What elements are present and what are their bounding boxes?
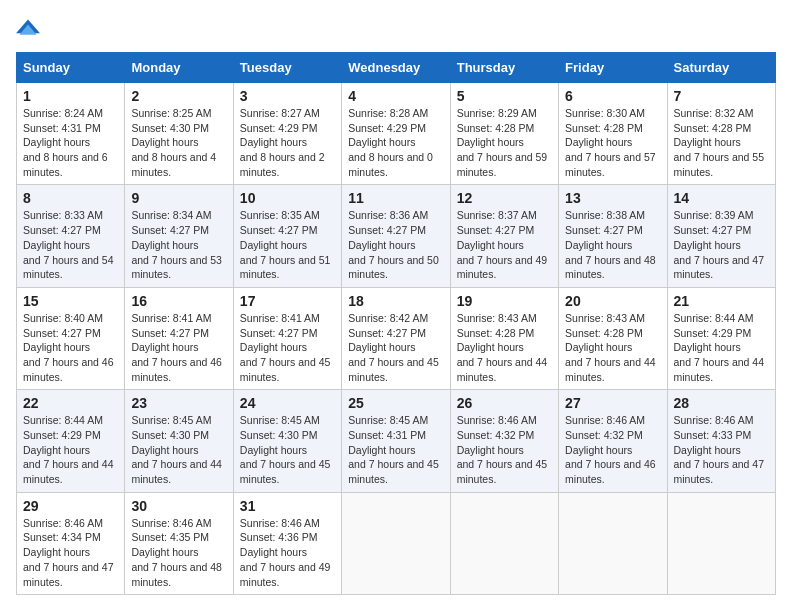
day-number: 26 bbox=[457, 395, 552, 411]
day-info: Sunrise: 8:29 AM Sunset: 4:28 PM Dayligh… bbox=[457, 106, 552, 179]
day-info: Sunrise: 8:24 AM Sunset: 4:31 PM Dayligh… bbox=[23, 106, 118, 179]
calendar-cell: 2 Sunrise: 8:25 AM Sunset: 4:30 PM Dayli… bbox=[125, 83, 233, 185]
calendar-cell: 1 Sunrise: 8:24 AM Sunset: 4:31 PM Dayli… bbox=[17, 83, 125, 185]
day-info: Sunrise: 8:25 AM Sunset: 4:30 PM Dayligh… bbox=[131, 106, 226, 179]
calendar-cell: 12 Sunrise: 8:37 AM Sunset: 4:27 PM Dayl… bbox=[450, 185, 558, 287]
day-number: 31 bbox=[240, 498, 335, 514]
day-number: 13 bbox=[565, 190, 660, 206]
day-info: Sunrise: 8:45 AM Sunset: 4:30 PM Dayligh… bbox=[240, 413, 335, 486]
calendar-cell: 16 Sunrise: 8:41 AM Sunset: 4:27 PM Dayl… bbox=[125, 287, 233, 389]
calendar-cell: 14 Sunrise: 8:39 AM Sunset: 4:27 PM Dayl… bbox=[667, 185, 775, 287]
calendar-cell: 4 Sunrise: 8:28 AM Sunset: 4:29 PM Dayli… bbox=[342, 83, 450, 185]
day-info: Sunrise: 8:46 AM Sunset: 4:32 PM Dayligh… bbox=[457, 413, 552, 486]
day-number: 14 bbox=[674, 190, 769, 206]
day-info: Sunrise: 8:46 AM Sunset: 4:34 PM Dayligh… bbox=[23, 516, 118, 589]
logo-icon bbox=[16, 16, 40, 40]
day-info: Sunrise: 8:28 AM Sunset: 4:29 PM Dayligh… bbox=[348, 106, 443, 179]
day-number: 22 bbox=[23, 395, 118, 411]
day-number: 21 bbox=[674, 293, 769, 309]
calendar-cell: 30 Sunrise: 8:46 AM Sunset: 4:35 PM Dayl… bbox=[125, 492, 233, 594]
day-info: Sunrise: 8:32 AM Sunset: 4:28 PM Dayligh… bbox=[674, 106, 769, 179]
calendar-cell: 3 Sunrise: 8:27 AM Sunset: 4:29 PM Dayli… bbox=[233, 83, 341, 185]
day-info: Sunrise: 8:42 AM Sunset: 4:27 PM Dayligh… bbox=[348, 311, 443, 384]
day-number: 16 bbox=[131, 293, 226, 309]
calendar-cell: 25 Sunrise: 8:45 AM Sunset: 4:31 PM Dayl… bbox=[342, 390, 450, 492]
day-number: 7 bbox=[674, 88, 769, 104]
day-number: 15 bbox=[23, 293, 118, 309]
day-number: 2 bbox=[131, 88, 226, 104]
day-info: Sunrise: 8:43 AM Sunset: 4:28 PM Dayligh… bbox=[565, 311, 660, 384]
calendar-cell: 5 Sunrise: 8:29 AM Sunset: 4:28 PM Dayli… bbox=[450, 83, 558, 185]
calendar-cell: 27 Sunrise: 8:46 AM Sunset: 4:32 PM Dayl… bbox=[559, 390, 667, 492]
calendar-cell: 13 Sunrise: 8:38 AM Sunset: 4:27 PM Dayl… bbox=[559, 185, 667, 287]
day-info: Sunrise: 8:46 AM Sunset: 4:32 PM Dayligh… bbox=[565, 413, 660, 486]
day-info: Sunrise: 8:44 AM Sunset: 4:29 PM Dayligh… bbox=[674, 311, 769, 384]
day-number: 30 bbox=[131, 498, 226, 514]
day-of-week-header: Wednesday bbox=[342, 53, 450, 83]
calendar-cell: 29 Sunrise: 8:46 AM Sunset: 4:34 PM Dayl… bbox=[17, 492, 125, 594]
day-number: 24 bbox=[240, 395, 335, 411]
calendar-cell: 20 Sunrise: 8:43 AM Sunset: 4:28 PM Dayl… bbox=[559, 287, 667, 389]
day-of-week-header: Thursday bbox=[450, 53, 558, 83]
day-info: Sunrise: 8:46 AM Sunset: 4:33 PM Dayligh… bbox=[674, 413, 769, 486]
day-number: 29 bbox=[23, 498, 118, 514]
calendar-cell: 7 Sunrise: 8:32 AM Sunset: 4:28 PM Dayli… bbox=[667, 83, 775, 185]
day-number: 8 bbox=[23, 190, 118, 206]
day-info: Sunrise: 8:37 AM Sunset: 4:27 PM Dayligh… bbox=[457, 208, 552, 281]
logo bbox=[16, 16, 42, 44]
calendar-cell: 6 Sunrise: 8:30 AM Sunset: 4:28 PM Dayli… bbox=[559, 83, 667, 185]
day-number: 3 bbox=[240, 88, 335, 104]
day-number: 28 bbox=[674, 395, 769, 411]
day-number: 25 bbox=[348, 395, 443, 411]
day-info: Sunrise: 8:45 AM Sunset: 4:30 PM Dayligh… bbox=[131, 413, 226, 486]
day-number: 4 bbox=[348, 88, 443, 104]
page-header bbox=[16, 16, 776, 44]
day-number: 18 bbox=[348, 293, 443, 309]
calendar-cell bbox=[450, 492, 558, 594]
day-info: Sunrise: 8:30 AM Sunset: 4:28 PM Dayligh… bbox=[565, 106, 660, 179]
calendar-cell: 26 Sunrise: 8:46 AM Sunset: 4:32 PM Dayl… bbox=[450, 390, 558, 492]
day-number: 10 bbox=[240, 190, 335, 206]
day-of-week-header: Monday bbox=[125, 53, 233, 83]
calendar-cell: 28 Sunrise: 8:46 AM Sunset: 4:33 PM Dayl… bbox=[667, 390, 775, 492]
day-number: 9 bbox=[131, 190, 226, 206]
calendar-table: SundayMondayTuesdayWednesdayThursdayFrid… bbox=[16, 52, 776, 595]
day-info: Sunrise: 8:41 AM Sunset: 4:27 PM Dayligh… bbox=[131, 311, 226, 384]
calendar-cell: 15 Sunrise: 8:40 AM Sunset: 4:27 PM Dayl… bbox=[17, 287, 125, 389]
calendar-cell: 9 Sunrise: 8:34 AM Sunset: 4:27 PM Dayli… bbox=[125, 185, 233, 287]
calendar-cell: 11 Sunrise: 8:36 AM Sunset: 4:27 PM Dayl… bbox=[342, 185, 450, 287]
day-info: Sunrise: 8:45 AM Sunset: 4:31 PM Dayligh… bbox=[348, 413, 443, 486]
calendar-cell bbox=[667, 492, 775, 594]
day-number: 17 bbox=[240, 293, 335, 309]
calendar-cell: 19 Sunrise: 8:43 AM Sunset: 4:28 PM Dayl… bbox=[450, 287, 558, 389]
day-info: Sunrise: 8:46 AM Sunset: 4:35 PM Dayligh… bbox=[131, 516, 226, 589]
day-info: Sunrise: 8:38 AM Sunset: 4:27 PM Dayligh… bbox=[565, 208, 660, 281]
calendar-cell: 17 Sunrise: 8:41 AM Sunset: 4:27 PM Dayl… bbox=[233, 287, 341, 389]
day-of-week-header: Saturday bbox=[667, 53, 775, 83]
day-info: Sunrise: 8:43 AM Sunset: 4:28 PM Dayligh… bbox=[457, 311, 552, 384]
day-number: 20 bbox=[565, 293, 660, 309]
day-info: Sunrise: 8:34 AM Sunset: 4:27 PM Dayligh… bbox=[131, 208, 226, 281]
calendar-cell bbox=[559, 492, 667, 594]
day-info: Sunrise: 8:36 AM Sunset: 4:27 PM Dayligh… bbox=[348, 208, 443, 281]
calendar-cell: 24 Sunrise: 8:45 AM Sunset: 4:30 PM Dayl… bbox=[233, 390, 341, 492]
day-of-week-header: Tuesday bbox=[233, 53, 341, 83]
day-info: Sunrise: 8:39 AM Sunset: 4:27 PM Dayligh… bbox=[674, 208, 769, 281]
day-of-week-header: Sunday bbox=[17, 53, 125, 83]
calendar-cell: 8 Sunrise: 8:33 AM Sunset: 4:27 PM Dayli… bbox=[17, 185, 125, 287]
day-number: 11 bbox=[348, 190, 443, 206]
day-info: Sunrise: 8:27 AM Sunset: 4:29 PM Dayligh… bbox=[240, 106, 335, 179]
calendar-cell: 21 Sunrise: 8:44 AM Sunset: 4:29 PM Dayl… bbox=[667, 287, 775, 389]
day-number: 12 bbox=[457, 190, 552, 206]
day-number: 1 bbox=[23, 88, 118, 104]
day-info: Sunrise: 8:44 AM Sunset: 4:29 PM Dayligh… bbox=[23, 413, 118, 486]
day-number: 23 bbox=[131, 395, 226, 411]
day-info: Sunrise: 8:33 AM Sunset: 4:27 PM Dayligh… bbox=[23, 208, 118, 281]
day-info: Sunrise: 8:35 AM Sunset: 4:27 PM Dayligh… bbox=[240, 208, 335, 281]
calendar-cell: 18 Sunrise: 8:42 AM Sunset: 4:27 PM Dayl… bbox=[342, 287, 450, 389]
calendar-cell: 10 Sunrise: 8:35 AM Sunset: 4:27 PM Dayl… bbox=[233, 185, 341, 287]
day-info: Sunrise: 8:46 AM Sunset: 4:36 PM Dayligh… bbox=[240, 516, 335, 589]
day-number: 27 bbox=[565, 395, 660, 411]
day-number: 5 bbox=[457, 88, 552, 104]
calendar-cell bbox=[342, 492, 450, 594]
